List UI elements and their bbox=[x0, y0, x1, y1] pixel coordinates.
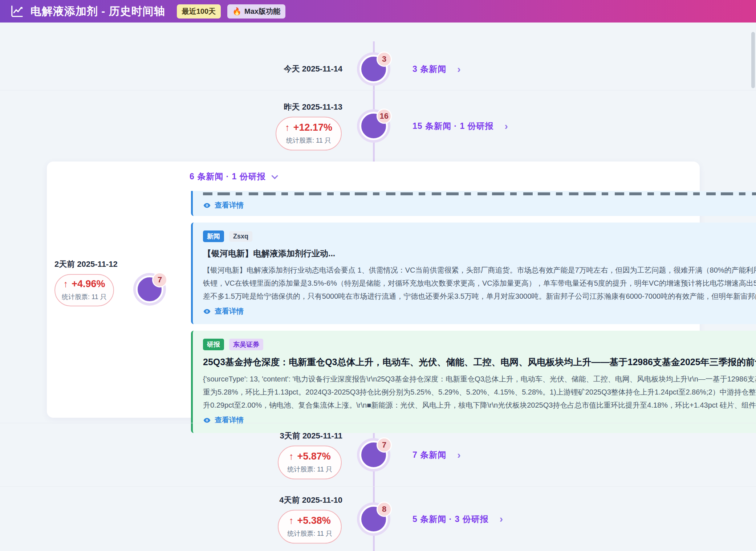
chevron-right-icon: › bbox=[500, 514, 503, 524]
header-bar: 电解液添加剂 - 历史时间轴 最近100天 🔥 Max版功能 bbox=[0, 0, 756, 23]
count-badge: 3 bbox=[377, 52, 392, 67]
up-arrow-icon: ↑ bbox=[289, 515, 293, 526]
clipped-text-remnant bbox=[203, 192, 756, 195]
date-label: 4天前 2025-11-10 bbox=[279, 494, 342, 505]
fire-icon: 🔥 bbox=[232, 7, 241, 16]
report-type-badge: 研报 bbox=[203, 339, 224, 350]
chevron-down-icon bbox=[271, 172, 278, 179]
change-value: +5.38% bbox=[297, 515, 330, 526]
report-source-badge: 东吴证券 bbox=[229, 339, 263, 350]
date-label: 3天前 2025-11-11 bbox=[280, 430, 342, 441]
day-summary-link[interactable]: 15 条新闻 · 1 份研报 › bbox=[412, 121, 508, 132]
news-card[interactable]: 新闻 Zsxq 【银河电新】电解液添加剂行业动... 【银河电新】电解液添加剂行… bbox=[191, 223, 756, 324]
up-arrow-icon: ↑ bbox=[289, 451, 293, 462]
timeline-row-4days: 4天前 2025-11-10 ↑ +5.38% 统计股票: 11 只 8 5 条… bbox=[0, 486, 756, 551]
max-feature-badge: 🔥 Max版功能 bbox=[227, 4, 285, 19]
eye-icon bbox=[203, 201, 211, 209]
stocks-count: 统计股票: 11 只 bbox=[62, 293, 107, 301]
timeline-node[interactable]: 16 bbox=[359, 112, 388, 140]
date-label: 今天 2025-11-14 bbox=[284, 64, 342, 74]
day-summary-link[interactable]: 5 条新闻 · 3 份研报 › bbox=[412, 513, 503, 525]
expanded-day-card: 2天前 2025-11-12 ↑ +4.96% 统计股票: 11 只 7 6 条… bbox=[47, 162, 700, 418]
news-title: 【银河电新】电解液添加剂行业动... bbox=[203, 248, 756, 259]
line-chart-icon bbox=[10, 4, 24, 18]
change-value: +4.96% bbox=[72, 278, 105, 290]
report-body: {'sourceType': 13, 'content': '电力设备行业深度报… bbox=[203, 372, 756, 412]
eye-icon bbox=[203, 307, 211, 315]
chevron-right-icon: › bbox=[505, 121, 508, 131]
news-type-badge: 新闻 bbox=[203, 230, 224, 242]
change-value: +12.17% bbox=[293, 122, 332, 133]
timeline-row-yesterday: 昨天 2025-11-13 ↑ +12.17% 统计股票: 11 只 16 15… bbox=[0, 90, 756, 162]
expanded-summary-toggle[interactable]: 6 条新闻 · 1 份研报 bbox=[188, 171, 756, 182]
day-summary-link[interactable]: 3 条新闻 › bbox=[412, 64, 461, 75]
timeline: 今天 2025-11-14 3 3 条新闻 › 昨天 2025-11-13 ↑ … bbox=[0, 23, 756, 551]
view-details-link[interactable]: 查看详情 bbox=[203, 306, 756, 316]
change-pill: ↑ +5.38% 统计股票: 11 只 bbox=[278, 510, 342, 543]
date-label: 昨天 2025-11-13 bbox=[284, 102, 342, 113]
timeline-row-expanded: 2天前 2025-11-12 ↑ +4.96% 统计股票: 11 只 7 6 条… bbox=[0, 162, 756, 423]
change-value: +5.87% bbox=[297, 451, 330, 462]
view-details-link[interactable]: 查看详情 bbox=[203, 200, 756, 210]
scrollbar-thumb[interactable] bbox=[751, 32, 755, 88]
stocks-count: 统计股票: 11 只 bbox=[287, 529, 332, 538]
change-pill: ↑ +12.17% 统计股票: 11 只 bbox=[276, 117, 342, 151]
chevron-right-icon: › bbox=[457, 64, 460, 74]
timeline-node[interactable]: 7 bbox=[136, 276, 163, 303]
count-badge: 16 bbox=[377, 109, 392, 124]
max-feature-label: Max版功能 bbox=[244, 7, 280, 16]
stocks-count: 统计股票: 11 只 bbox=[287, 465, 332, 474]
count-badge: 7 bbox=[152, 272, 167, 287]
change-pill: ↑ +5.87% 统计股票: 11 只 bbox=[278, 446, 342, 479]
timeline-row-3days: 3天前 2025-11-11 ↑ +5.87% 统计股票: 11 只 7 7 条… bbox=[0, 423, 756, 486]
news-card-partial[interactable]: 查看详情 bbox=[191, 191, 756, 216]
timeline-node[interactable]: 3 bbox=[359, 55, 388, 83]
up-arrow-icon: ↑ bbox=[285, 122, 290, 133]
timeline-node[interactable]: 7 bbox=[359, 441, 388, 469]
report-card[interactable]: 研报 东吴证券 25Q3基金持仓深度：电新重仓Q3总体上升，电动车、光伏、储能、… bbox=[191, 331, 756, 433]
news-card-list: 查看详情 新闻 Zsxq 【银河电新】电解液添加剂行业动... 【银河电新】电解… bbox=[191, 191, 756, 433]
timeline-row-today: 今天 2025-11-14 3 3 条新闻 › bbox=[0, 23, 756, 90]
chevron-right-icon: › bbox=[457, 450, 460, 460]
timeline-node[interactable]: 8 bbox=[359, 505, 388, 533]
count-badge: 8 bbox=[377, 502, 392, 517]
report-title: 25Q3基金持仓深度：电新重仓Q3总体上升，电动车、光伏、储能、工控、电网、风电… bbox=[203, 356, 756, 368]
up-arrow-icon: ↑ bbox=[63, 278, 68, 290]
stocks-count: 统计股票: 11 只 bbox=[285, 136, 332, 145]
date-range-badge: 最近100天 bbox=[177, 4, 221, 19]
news-source-badge: Zsxq bbox=[229, 231, 252, 242]
change-pill: ↑ +4.96% 统计股票: 11 只 bbox=[54, 274, 114, 306]
date-label: 2天前 2025-11-12 bbox=[54, 259, 118, 270]
count-badge: 7 bbox=[377, 437, 392, 453]
news-body: 【银河电新】电解液添加剂行业动态电话会要点 1、供需情况：VC当前供需很紧，头部… bbox=[203, 264, 756, 303]
day-summary-link[interactable]: 7 条新闻 › bbox=[412, 449, 461, 461]
page-title: 电解液添加剂 - 历史时间轴 bbox=[31, 4, 165, 19]
